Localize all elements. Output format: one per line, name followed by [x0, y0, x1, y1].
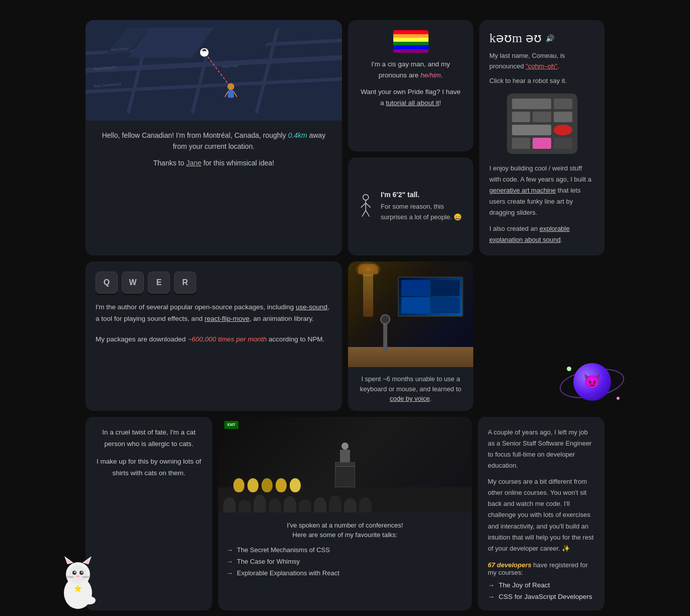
desk-surface — [348, 347, 473, 367]
cohm-text: "cohm–oh" — [526, 62, 557, 70]
pride-text: I'm a cis gay man, and my pronouns are h… — [358, 59, 463, 80]
talk-item-2: → The Case for Whimsy — [226, 558, 464, 565]
pride-stripe-blue — [393, 45, 428, 49]
svg-line-25 — [366, 203, 371, 207]
machine-illustration — [507, 94, 577, 154]
svg-point-39 — [76, 575, 79, 577]
key-q: Q — [96, 272, 118, 294]
downloads-text: My packages are downloaded ~600,000 time… — [96, 334, 332, 345]
courses-text1: A couple of years ago, I left my job as … — [488, 427, 594, 471]
desk-caption: I spent ~6 months unable to use a keyboa… — [348, 367, 473, 411]
audience — [218, 495, 472, 512]
key-e: E — [148, 272, 170, 294]
cat-svg — [55, 555, 101, 610]
pride-stripe-orange — [393, 34, 428, 38]
courses-text2: My courses are a bit different from othe… — [488, 476, 594, 554]
arrow-icon-2: → — [226, 558, 233, 565]
stick-figure-svg — [358, 184, 374, 229]
svg-line-24 — [361, 203, 366, 207]
machine-block-2 — [512, 112, 531, 122]
tutorial-link[interactable]: tutorial all about it — [386, 99, 439, 107]
desk-card: I spent ~6 months unable to use a keyboa… — [348, 261, 473, 411]
machine-block-4 — [554, 112, 572, 122]
podium — [335, 462, 355, 487]
svg-point-37 — [74, 571, 76, 573]
packages-card: Q W E R I'm the author of several popula… — [85, 261, 342, 411]
orbit-dot-2 — [617, 397, 620, 400]
svg-point-34 — [69, 565, 87, 583]
svg-rect-19 — [228, 90, 234, 98]
course-item-2[interactable]: → CSS for JavaScript Developers — [488, 593, 594, 600]
course-arrow-1: → — [488, 581, 495, 589]
downloads-count: ~600,000 times per month — [188, 335, 267, 343]
pride-stripe-green — [393, 42, 428, 46]
machine-block-5 — [512, 138, 531, 148]
packages-text: I'm the author of several popular open-s… — [96, 302, 332, 325]
explorable-description: I also created an explorable explanation… — [489, 223, 594, 245]
pride-card: I'm a cis gay man, and my pronouns are h… — [348, 20, 473, 151]
svg-line-26 — [362, 210, 366, 216]
keyboard-row: Q W E R — [96, 272, 332, 294]
machine-block-1 — [554, 99, 572, 109]
orbit-dot-1 — [567, 367, 571, 371]
code-by-voice-link[interactable]: code by voice — [390, 395, 430, 402]
monitor-sim — [398, 277, 463, 317]
height-desc: For some reason, this surprises a lot of… — [381, 202, 463, 223]
cat-card: In a cruel twist of fate, I'm a cat pers… — [85, 417, 212, 610]
svg-marker-30 — [64, 556, 73, 564]
exit-sign: EXIT — [224, 421, 238, 429]
desk-photo — [348, 261, 473, 367]
balloons — [233, 478, 301, 492]
svg-point-18 — [227, 83, 234, 91]
use-sound-link[interactable]: use-sound — [296, 303, 327, 311]
section3: In a cruel twist of fate, I'm a cat pers… — [75, 411, 615, 616]
svg-marker-31 — [82, 556, 92, 564]
courses-card: A couple of years ago, I left my job as … — [478, 417, 605, 610]
talks-content: I've spoken at a number of conferences! … — [218, 512, 472, 585]
arrow-icon-1: → — [226, 546, 233, 554]
gen-art-link[interactable]: generative art machine — [489, 187, 556, 194]
phonetic-text: kəʊm əʊ — [489, 30, 542, 46]
thanks-text: Thanks to Jane for this whimsical idea! — [96, 157, 332, 168]
react-flip-link[interactable]: react-flip-move — [205, 315, 249, 322]
pronunciation-card[interactable]: kəʊm əʊ 🔊 My last name, Comeau, is prono… — [479, 20, 605, 255]
map-text-area: Hello, fellow Canadian! I'm from Montréa… — [85, 121, 342, 179]
courses-count-text: 67 developers have registered for my cou… — [488, 561, 594, 576]
key-r: R — [174, 272, 196, 294]
mic-head — [380, 314, 390, 324]
key-w: W — [122, 272, 144, 294]
planet-decoration: 😈 — [559, 350, 625, 416]
height-card: I'm 6'2" tall. For some reason, this sur… — [348, 157, 473, 255]
machine-red-button[interactable] — [554, 125, 572, 135]
cat-text2: I make up for this by owning lots of shi… — [96, 456, 202, 479]
section2: Q W E R I'm the author of several popula… — [75, 255, 615, 411]
jane-link[interactable]: Jane — [186, 159, 201, 167]
talks-card: EXIT I've spoken at a number of conferen… — [218, 417, 472, 610]
lamp-glow — [356, 261, 381, 277]
cat-text1: In a cruel twist of fate, I'm a cat pers… — [96, 427, 202, 450]
planet-sphere: 😈 — [573, 363, 611, 401]
speaker-figure — [340, 443, 350, 462]
map-card: Ave Union Rue Metcalfe Rue Drummond Rue … — [85, 20, 342, 255]
speaker-icon[interactable]: 🔊 — [546, 34, 554, 42]
talk-item-1: → The Secret Mechanisms of CSS — [226, 546, 464, 554]
pride-stripe-purple — [393, 49, 428, 53]
map-svg: Ave Union Rue Metcalfe Rue Drummond Rue … — [85, 20, 342, 121]
svg-line-27 — [366, 210, 369, 216]
course-item-1[interactable]: → The Joy of React — [488, 581, 594, 589]
svg-point-22 — [363, 194, 369, 200]
machine-block-6 — [554, 138, 572, 148]
machine-block-wide — [512, 99, 551, 109]
pride-flag — [393, 30, 428, 53]
height-text-block: I'm 6'2" tall. For some reason, this sur… — [381, 191, 463, 223]
talks-photo: EXIT — [218, 417, 472, 512]
machine-block-wide2 — [512, 125, 551, 135]
height-value: I'm 6'2" tall. — [381, 191, 463, 199]
machine-pink-block — [533, 138, 551, 148]
machine-block-3 — [533, 112, 551, 122]
code-description: I enjoy building cool / weird stuff with… — [489, 163, 594, 218]
course-arrow-2: → — [488, 593, 495, 600]
svg-point-40 — [83, 596, 96, 604]
click-to-hear: Click to hear a robot say it. — [489, 77, 594, 84]
machine-container — [489, 94, 594, 154]
